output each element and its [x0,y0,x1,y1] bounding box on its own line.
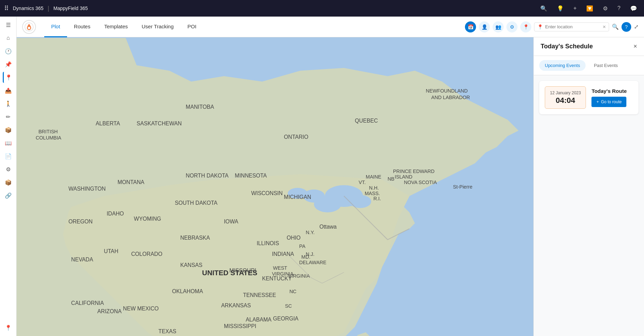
svg-text:NB: NB [388,176,394,182]
svg-text:MANITOBA: MANITOBA [186,104,214,110]
svg-text:Ottawa: Ottawa [319,224,337,230]
location-search-box[interactable]: 📍 ✕ [534,22,609,31]
svg-text:TEXAS: TEXAS [158,328,176,334]
svg-text:NEBRASKA: NEBRASKA [180,235,210,241]
help-icon-topbar[interactable]: ? [615,4,623,13]
svg-text:PRINCE EDWARD: PRINCE EDWARD [393,169,435,174]
map-and-panel: ALBERTA MANITOBA ONTARIO QUEBEC NEWFOUND… [17,37,644,336]
left-sidebar: ☰ ⌂ 🕐 📌 📍 📤 🚶 ✏ 📦 📖 📄 ⚙ 📦 🔗 📍 [0,17,17,336]
svg-text:MAINE: MAINE [366,174,381,180]
help-button[interactable]: ? [622,22,631,32]
svg-text:INDIANA: INDIANA [272,251,294,257]
sidebar-item-doc[interactable]: 📄 [3,151,14,162]
svg-text:WEST: WEST [273,265,287,271]
sidebar-item-location[interactable]: 📍 [3,72,14,83]
settings-icon-topbar[interactable]: ⚙ [600,4,610,13]
sidebar-item-link[interactable]: 🔗 [3,190,14,201]
svg-text:MICHIGAN: MICHIGAN [284,194,311,200]
goto-route-button[interactable]: + Go to route [591,97,626,107]
svg-text:ILLINOIS: ILLINOIS [256,240,279,246]
sidebar-item-upload[interactable]: 📤 [3,85,14,96]
panel-close-button[interactable]: × [633,43,637,50]
svg-point-7 [349,195,371,208]
svg-text:UTAH: UTAH [104,248,119,254]
svg-text:SOUTH DAKOTA: SOUTH DAKOTA [175,200,218,206]
sidebar-item-package[interactable]: 📦 [3,124,14,135]
filter-icon[interactable]: 🔽 [584,4,596,13]
sidebar-item-box[interactable]: 📦 [3,177,14,188]
svg-text:SASKATCHEWAN: SASKATCHEWAN [137,121,182,126]
svg-text:TENNESSEE: TENNESSEE [243,292,276,298]
svg-text:NORTH DAKOTA: NORTH DAKOTA [186,173,228,179]
svg-text:ALBERTA: ALBERTA [96,121,120,126]
navbar: Plot Routes Templates User Tracking POI … [17,17,644,37]
panel-tabs: Upcoming Events Past Events [534,56,644,75]
event-card: 12 January 2023 04:04 Today's Route + Go… [539,81,638,114]
svg-text:BRITISH: BRITISH [38,129,58,134]
sidebar-item-recent[interactable]: 🕐 [3,46,14,57]
svg-text:MONTANA: MONTANA [118,179,144,185]
search-button[interactable]: 🔍 [612,23,619,30]
svg-point-1 [28,27,30,29]
event-date-text: 12 January 2023 [550,90,581,96]
tab-user-tracking[interactable]: User Tracking [135,17,181,37]
svg-text:ALABAMA: ALABAMA [246,317,272,323]
tab-plot[interactable]: Plot [44,17,67,37]
main-layout: ☰ ⌂ 🕐 📌 📍 📤 🚶 ✏ 📦 📖 📄 ⚙ 📦 🔗 📍 [0,17,644,336]
sidebar-item-pinned[interactable]: 📌 [3,59,14,70]
tab-routes[interactable]: Routes [67,17,97,37]
svg-text:NEWFOUNDLAND: NEWFOUNDLAND [426,88,468,94]
event-info: Today's Route + Go to route [591,88,633,107]
tab-poi[interactable]: POI [180,17,203,37]
sidebar-item-tracking[interactable]: 🚶 [3,98,14,109]
nav-actions: 📅 👤 👥 ⚙ 📍 📍 ✕ 🔍 ? ⤢ [465,21,638,32]
app-logo [22,20,36,34]
svg-text:OHIO: OHIO [287,235,300,241]
svg-text:WISCONSIN: WISCONSIN [251,190,283,196]
location-icon: 📍 [537,24,543,30]
clear-location-icon[interactable]: ✕ [603,25,606,29]
notification-icon[interactable]: 💡 [554,4,567,13]
sidebar-item-menu[interactable]: ☰ [3,19,14,30]
chat-icon[interactable]: 💬 [627,4,640,13]
svg-text:R.I.: R.I. [373,196,381,201]
panel-content: 12 January 2023 04:04 Today's Route + Go… [534,75,644,336]
content-area: Plot Routes Templates User Tracking POI … [17,17,644,336]
expand-button[interactable]: ⤢ [634,23,638,30]
users-btn[interactable]: 👥 [493,21,504,32]
sidebar-item-pin2[interactable]: 📍 [3,322,14,333]
tab-upcoming-events[interactable]: Upcoming Events [539,60,586,71]
app-grid-icon[interactable]: ⠿ [4,4,9,12]
logo-area [22,20,36,34]
svg-text:OKLAHOMA: OKLAHOMA [172,288,203,294]
svg-text:N.J.: N.J. [306,251,314,257]
sidebar-item-home[interactable]: ⌂ [3,32,14,44]
svg-text:CALIFORNIA: CALIFORNIA [71,300,104,306]
tab-past-events[interactable]: Past Events [588,60,623,71]
user-btn[interactable]: 👤 [479,21,490,32]
svg-text:VT.: VT. [359,180,366,185]
calendar-btn[interactable]: 📅 [465,21,476,32]
svg-text:N.Y.: N.Y. [306,230,315,235]
sidebar-item-settings[interactable]: ⚙ [3,164,14,175]
add-icon-topbar[interactable]: + [571,4,579,13]
sidebar-item-book[interactable]: 📖 [3,137,14,148]
event-title: Today's Route [591,88,633,94]
tab-templates[interactable]: Templates [97,17,134,37]
search-icon-topbar[interactable]: 🔍 [538,4,550,13]
svg-text:COLORADO: COLORADO [131,251,162,257]
svg-text:MINNESOTA: MINNESOTA [235,173,267,179]
panel-header: Today's Schedule × [534,37,644,56]
app-name: MappyField 365 [53,6,88,11]
gear-btn[interactable]: ⚙ [506,21,517,32]
event-date-box: 12 January 2023 04:04 [545,86,586,109]
panel-title: Today's Schedule [541,43,593,50]
location-input[interactable] [545,24,600,29]
pin-btn[interactable]: 📍 [520,21,531,32]
plus-icon: + [596,99,599,104]
svg-text:MASS.: MASS. [365,191,380,196]
sidebar-item-edit[interactable]: ✏ [3,111,14,122]
svg-text:N.H.: N.H. [369,185,379,191]
right-panel: Today's Schedule × Upcoming Events Past … [533,37,644,336]
svg-text:NOVA SCOTIA: NOVA SCOTIA [404,180,437,185]
